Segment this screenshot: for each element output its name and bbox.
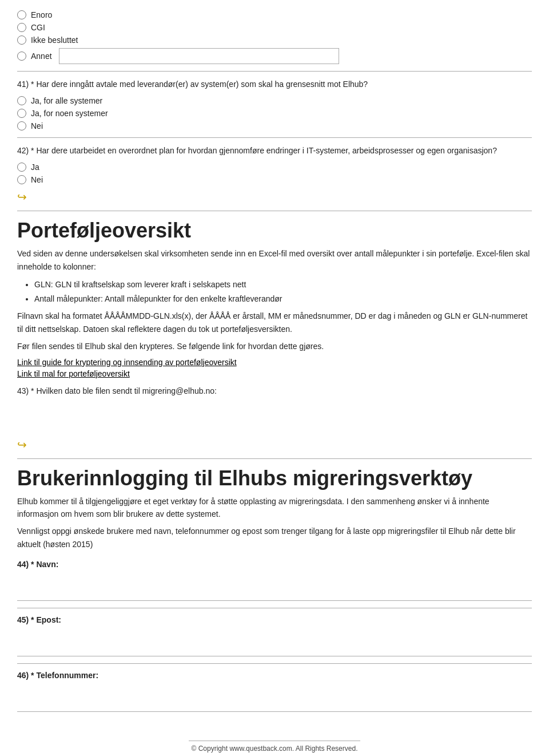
arrow-icon-1: ↪ — [17, 190, 532, 204]
portfolio-bullet-1: GLN: GLN til kraftselskap som leverer kr… — [34, 278, 532, 292]
bruker-section: Brukerinnlogging til Elhubs migreringsve… — [17, 466, 532, 551]
q41-radio-group: Ja, for alle systemer Ja, for noen syste… — [17, 96, 532, 130]
q45-label: 45) * Epost: — [17, 615, 532, 624]
q43-section: 43) * Hvilken dato ble filen sendt til m… — [17, 385, 532, 452]
divider-5 — [17, 608, 532, 608]
annet-text-input[interactable] — [59, 48, 339, 64]
radio-ikke-besluttet-input[interactable] — [17, 35, 26, 45]
radio-q42-nei-label: Nei — [31, 175, 43, 184]
radio-q42-nei[interactable]: Nei — [17, 175, 532, 184]
q41-text: 41) * Har dere inngått avtale med levera… — [17, 78, 532, 90]
portfolio-bullets: GLN: GLN til kraftselskap som leverer kr… — [34, 278, 532, 306]
divider-1 — [17, 71, 532, 72]
q40-radio-group: Enoro CGI Ikke besluttet Annet — [17, 10, 532, 64]
bruker-para2: Vennligst oppgi ønskede brukere med navn… — [17, 525, 532, 551]
radio-q42-ja[interactable]: Ja — [17, 163, 532, 172]
footer-text: © Copyright www.questback.com. All Right… — [192, 745, 358, 753]
q40-section: Enoro CGI Ikke besluttet Annet — [17, 10, 532, 64]
radio-cgi-input[interactable] — [17, 23, 26, 32]
radio-enoro[interactable]: Enoro — [17, 10, 532, 19]
q43-answer-area — [17, 403, 532, 434]
portfolio-link2[interactable]: Link til mal for porteføljeoversikt — [17, 369, 532, 378]
portfolio-link1[interactable]: Link til guide for kryptering og innsend… — [17, 358, 532, 367]
radio-enoro-label: Enoro — [31, 10, 52, 19]
q42-radio-group: Ja Nei — [17, 163, 532, 184]
q44-answer-area — [17, 572, 532, 601]
q46-section: 46) * Telefonnummer: — [17, 671, 532, 712]
q44-label: 44) * Navn: — [17, 560, 532, 569]
radio-q41-nei-label: Nei — [31, 121, 43, 130]
page-wrapper: Enoro CGI Ikke besluttet Annet 41) * Har… — [0, 0, 549, 756]
radio-q42-ja-input[interactable] — [17, 163, 26, 172]
portfolio-intro: Ved siden av denne undersøkelsen skal vi… — [17, 247, 532, 273]
portfolio-title: Porteføljeoversikt — [17, 218, 532, 243]
bruker-para1: Elhub kommer til å tilgjengeliggjøre et … — [17, 495, 532, 521]
radio-q42-ja-label: Ja — [31, 163, 39, 172]
radio-annet-label: Annet — [31, 52, 52, 61]
radio-annet-input[interactable] — [17, 52, 26, 61]
radio-q41-ja-alle[interactable]: Ja, for alle systemer — [17, 96, 532, 105]
bruker-title: Brukerinnlogging til Elhubs migreringsve… — [17, 466, 532, 490]
q46-answer-area — [17, 683, 532, 712]
divider-3 — [17, 211, 532, 211]
q45-answer-area — [17, 628, 532, 656]
radio-ikke-besluttet-label: Ikke besluttet — [31, 35, 78, 45]
q45-section: 45) * Epost: — [17, 615, 532, 656]
footer-divider — [189, 741, 360, 741]
radio-q41-nei-input[interactable] — [17, 121, 26, 130]
radio-q41-ja-noen-label: Ja, for noen systemer — [31, 109, 108, 118]
q42-text: 42) * Har dere utarbeidet en overordnet … — [17, 145, 532, 157]
portfolio-bullet-2: Antall målepunkter: Antall målepunkter f… — [34, 292, 532, 306]
radio-q41-ja-alle-input[interactable] — [17, 96, 26, 105]
portfolio-kryptering-text: Før filen sendes til Elhub skal den kryp… — [17, 340, 532, 353]
q44-section: 44) * Navn: — [17, 560, 532, 601]
q42-section: 42) * Har dere utarbeidet en overordnet … — [17, 145, 532, 204]
radio-enoro-input[interactable] — [17, 10, 26, 19]
radio-cgi-label: CGI — [31, 23, 45, 32]
divider-6 — [17, 663, 532, 664]
radio-q41-ja-alle-label: Ja, for alle systemer — [31, 96, 102, 105]
radio-q41-ja-noen[interactable]: Ja, for noen systemer — [17, 109, 532, 118]
portfolio-section: Porteføljeoversikt Ved siden av denne un… — [17, 218, 532, 378]
divider-4 — [17, 458, 532, 459]
q41-section: 41) * Har dere inngått avtale med levera… — [17, 78, 532, 130]
q46-label: 46) * Telefonnummer: — [17, 671, 532, 680]
radio-cgi[interactable]: CGI — [17, 23, 532, 32]
radio-annet[interactable]: Annet — [17, 48, 532, 64]
arrow-icon-2: ↪ — [17, 438, 532, 452]
footer: © Copyright www.questback.com. All Right… — [17, 735, 532, 753]
q43-text: 43) * Hvilken dato ble filen sendt til m… — [17, 385, 532, 397]
portfolio-filename-text: Filnavn skal ha formatet ÅÅÅÅMMDD-GLN.xl… — [17, 310, 532, 335]
radio-q41-nei[interactable]: Nei — [17, 121, 532, 130]
radio-q41-ja-noen-input[interactable] — [17, 109, 26, 118]
divider-2 — [17, 137, 532, 138]
radio-q42-nei-input[interactable] — [17, 175, 26, 184]
radio-ikke-besluttet[interactable]: Ikke besluttet — [17, 35, 532, 45]
